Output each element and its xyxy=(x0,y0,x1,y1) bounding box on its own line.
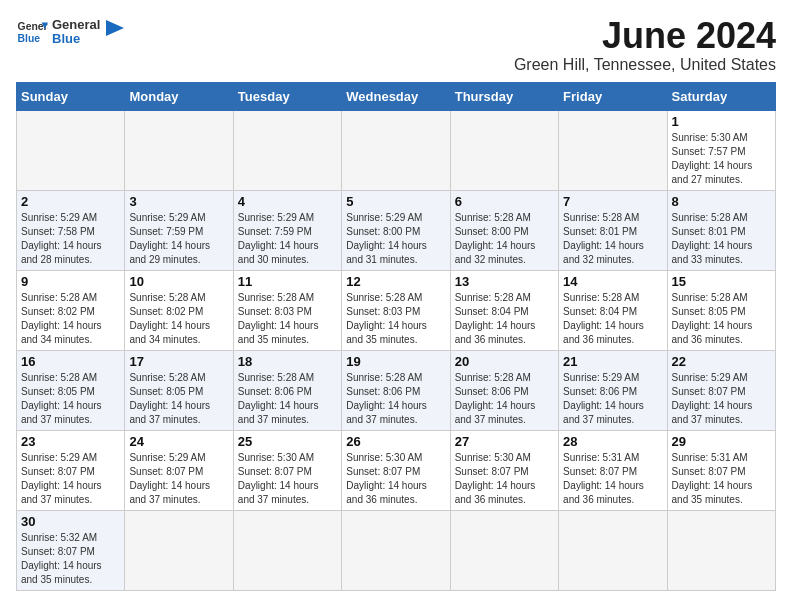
logo-flag-icon xyxy=(104,18,126,46)
empty-cell xyxy=(342,510,450,590)
header-friday: Friday xyxy=(559,82,667,110)
svg-text:Blue: Blue xyxy=(18,33,41,44)
day-1-cell: 1 Sunrise: 5:30 AM Sunset: 7:57 PM Dayli… xyxy=(667,110,775,190)
day-30-cell: 30 Sunrise: 5:32 AMSunset: 8:07 PMDaylig… xyxy=(17,510,125,590)
header-saturday: Saturday xyxy=(667,82,775,110)
day-1-daylight: 14 hours and 27 minutes. xyxy=(672,160,753,185)
day-18-cell: 18 Sunrise: 5:28 AMSunset: 8:06 PMDaylig… xyxy=(233,350,341,430)
weekday-header-row: Sunday Monday Tuesday Wednesday Thursday… xyxy=(17,82,776,110)
svg-marker-3 xyxy=(106,20,124,36)
calendar-row-3: 9 Sunrise: 5:28 AMSunset: 8:02 PMDayligh… xyxy=(17,270,776,350)
day-7-cell: 7 Sunrise: 5:28 AMSunset: 8:01 PMDayligh… xyxy=(559,190,667,270)
day-29-cell: 29 Sunrise: 5:31 AMSunset: 8:07 PMDaylig… xyxy=(667,430,775,510)
day-5-cell: 5 Sunrise: 5:29 AMSunset: 8:00 PMDayligh… xyxy=(342,190,450,270)
empty-cell xyxy=(17,110,125,190)
day-26-cell: 26 Sunrise: 5:30 AMSunset: 8:07 PMDaylig… xyxy=(342,430,450,510)
logo-icon: General Blue xyxy=(16,16,48,48)
location-title: Green Hill, Tennessee, United States xyxy=(514,56,776,74)
empty-cell xyxy=(450,110,558,190)
day-21-cell: 21 Sunrise: 5:29 AMSunset: 8:06 PMDaylig… xyxy=(559,350,667,430)
day-28-cell: 28 Sunrise: 5:31 AMSunset: 8:07 PMDaylig… xyxy=(559,430,667,510)
header-tuesday: Tuesday xyxy=(233,82,341,110)
header-sunday: Sunday xyxy=(17,82,125,110)
empty-cell xyxy=(125,510,233,590)
empty-cell xyxy=(342,110,450,190)
day-19-cell: 19 Sunrise: 5:28 AMSunset: 8:06 PMDaylig… xyxy=(342,350,450,430)
day-15-cell: 15 Sunrise: 5:28 AMSunset: 8:05 PMDaylig… xyxy=(667,270,775,350)
day-1-sunrise: 5:30 AM xyxy=(711,132,748,143)
page-header: General Blue General Blue June 2024 Gree… xyxy=(16,16,776,74)
day-17-cell: 17 Sunrise: 5:28 AMSunset: 8:05 PMDaylig… xyxy=(125,350,233,430)
day-14-cell: 14 Sunrise: 5:28 AMSunset: 8:04 PMDaylig… xyxy=(559,270,667,350)
day-2-info: Sunrise: 5:29 AMSunset: 7:58 PMDaylight:… xyxy=(21,211,120,267)
day-13-cell: 13 Sunrise: 5:28 AMSunset: 8:04 PMDaylig… xyxy=(450,270,558,350)
day-11-cell: 11 Sunrise: 5:28 AMSunset: 8:03 PMDaylig… xyxy=(233,270,341,350)
empty-cell xyxy=(667,510,775,590)
day-27-cell: 27 Sunrise: 5:30 AMSunset: 8:07 PMDaylig… xyxy=(450,430,558,510)
day-2-cell: 2 Sunrise: 5:29 AMSunset: 7:58 PMDayligh… xyxy=(17,190,125,270)
calendar-row-2: 2 Sunrise: 5:29 AMSunset: 7:58 PMDayligh… xyxy=(17,190,776,270)
day-12-cell: 12 Sunrise: 5:28 AMSunset: 8:03 PMDaylig… xyxy=(342,270,450,350)
day-1-info: Sunrise: 5:30 AM Sunset: 7:57 PM Dayligh… xyxy=(672,131,771,187)
header-wednesday: Wednesday xyxy=(342,82,450,110)
day-1-sunset: 7:57 PM xyxy=(708,146,745,157)
day-10-cell: 10 Sunrise: 5:28 AMSunset: 8:02 PMDaylig… xyxy=(125,270,233,350)
day-8-cell: 8 Sunrise: 5:28 AMSunset: 8:01 PMDayligh… xyxy=(667,190,775,270)
day-1-number: 1 xyxy=(672,114,771,129)
day-2-number: 2 xyxy=(21,194,120,209)
calendar-table: Sunday Monday Tuesday Wednesday Thursday… xyxy=(16,82,776,591)
empty-cell xyxy=(559,110,667,190)
title-block: June 2024 Green Hill, Tennessee, United … xyxy=(514,16,776,74)
empty-cell xyxy=(559,510,667,590)
header-thursday: Thursday xyxy=(450,82,558,110)
day-3-cell: 3 Sunrise: 5:29 AMSunset: 7:59 PMDayligh… xyxy=(125,190,233,270)
calendar-row-4: 16 Sunrise: 5:28 AMSunset: 8:05 PMDaylig… xyxy=(17,350,776,430)
empty-cell xyxy=(233,510,341,590)
day-24-cell: 24 Sunrise: 5:29 AMSunset: 8:07 PMDaylig… xyxy=(125,430,233,510)
day-4-cell: 4 Sunrise: 5:29 AMSunset: 7:59 PMDayligh… xyxy=(233,190,341,270)
calendar-row-6: 30 Sunrise: 5:32 AMSunset: 8:07 PMDaylig… xyxy=(17,510,776,590)
day-9-cell: 9 Sunrise: 5:28 AMSunset: 8:02 PMDayligh… xyxy=(17,270,125,350)
empty-cell xyxy=(233,110,341,190)
calendar-row-5: 23 Sunrise: 5:29 AMSunset: 8:07 PMDaylig… xyxy=(17,430,776,510)
logo: General Blue General Blue xyxy=(16,16,126,48)
calendar-row-1: 1 Sunrise: 5:30 AM Sunset: 7:57 PM Dayli… xyxy=(17,110,776,190)
empty-cell xyxy=(450,510,558,590)
day-20-cell: 20 Sunrise: 5:28 AMSunset: 8:06 PMDaylig… xyxy=(450,350,558,430)
day-22-cell: 22 Sunrise: 5:29 AMSunset: 8:07 PMDaylig… xyxy=(667,350,775,430)
day-23-cell: 23 Sunrise: 5:29 AMSunset: 8:07 PMDaylig… xyxy=(17,430,125,510)
day-25-cell: 25 Sunrise: 5:30 AMSunset: 8:07 PMDaylig… xyxy=(233,430,341,510)
empty-cell xyxy=(125,110,233,190)
header-monday: Monday xyxy=(125,82,233,110)
day-6-cell: 6 Sunrise: 5:28 AMSunset: 8:00 PMDayligh… xyxy=(450,190,558,270)
month-title: June 2024 xyxy=(514,16,776,56)
day-16-cell: 16 Sunrise: 5:28 AMSunset: 8:05 PMDaylig… xyxy=(17,350,125,430)
logo-general-text: General xyxy=(52,18,100,32)
logo-blue-text: Blue xyxy=(52,32,100,46)
